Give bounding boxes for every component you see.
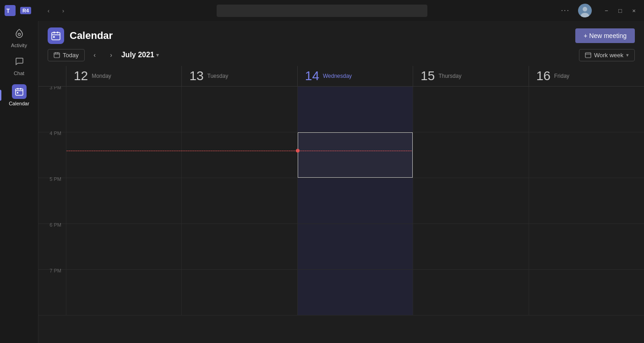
day-header-fri: 16 Friday [529,66,644,86]
svg-rect-17 [585,53,591,58]
next-period-button[interactable]: › [105,49,118,61]
svg-rect-6 [16,89,23,95]
cal-nav-right: Work week ▾ [579,49,635,61]
time-row-3pm: 3 PM [38,87,644,132]
calendar-grid-wrapper[interactable]: 12 Monday 13 Tuesday 14 Wednesday 15 Thu… [38,66,644,343]
cell-6pm-thu[interactable] [413,224,528,269]
cell-3pm-tue[interactable] [181,87,297,132]
cell-3pm-wed[interactable] [297,87,413,132]
svg-rect-15 [55,52,56,54]
new-meeting-button[interactable]: + New meeting [575,28,635,43]
day-num-16: 16 [536,70,551,82]
view-dropdown-icon: ▾ [626,52,629,58]
day-header-thu: 15 Thursday [413,66,528,86]
today-button[interactable]: Today [48,49,85,61]
day-name-fri: Friday [554,73,569,79]
cell-4pm-tue[interactable] [181,132,297,178]
calendar-header: Calendar + New meeting [38,21,644,44]
sidebar: Activity Chat Calendar [0,21,38,343]
cell-3pm-mon[interactable] [66,87,181,132]
cell-4pm-thu[interactable] [413,132,528,178]
calendar-nav: Today ‹ › July 2021 ▾ Work week ▾ [38,44,644,66]
day-header-tue: 13 Tuesday [181,66,297,86]
month-text: July 2021 [121,51,154,59]
time-gutter-header [38,66,66,86]
svg-rect-11 [54,32,55,33]
titlebar-right: ··· − □ × [557,4,640,17]
cell-5pm-mon[interactable] [66,178,181,223]
cell-5pm-tue[interactable] [181,178,297,223]
cell-5pm-thu[interactable] [413,178,528,223]
view-selector-button[interactable]: Work week ▾ [579,49,635,61]
day-num-13: 13 [189,70,203,82]
minimize-button[interactable]: − [600,4,613,17]
cell-7pm-thu[interactable] [413,270,528,315]
time-row-4pm: 4 PM [38,132,644,178]
titlebar-nav: ‹ › [42,4,70,17]
selected-cell [298,132,413,178]
day-header-mon: 12 Monday [66,66,181,86]
day-header-row: 12 Monday 13 Tuesday 14 Wednesday 15 Thu… [38,66,644,87]
day-name-wed: Wednesday [323,73,352,79]
calendar-icon-box [12,84,27,99]
forward-button[interactable]: › [57,4,70,17]
close-button[interactable]: × [628,4,640,17]
main-layout: Activity Chat Calendar [0,21,644,343]
activity-icon [14,28,24,41]
time-row-7pm: 7 PM [38,270,644,316]
cell-6pm-fri[interactable] [529,224,644,269]
cell-7pm-wed[interactable] [297,270,413,315]
svg-rect-12 [57,32,59,33]
cell-7pm-tue[interactable] [181,270,297,315]
svg-point-5 [18,33,20,36]
calendar-title: Calendar [48,27,113,44]
cell-4pm-fri[interactable] [529,132,644,178]
time-label-3pm: 3 PM [38,83,66,128]
sidebar-item-activity-label: Activity [11,43,27,48]
window-controls: − □ × [600,4,640,17]
sidebar-item-activity[interactable]: Activity [4,25,35,52]
titlebar-left: T R4 ‹ › [4,4,70,17]
svg-rect-14 [54,53,60,58]
svg-rect-13 [53,36,55,38]
svg-rect-8 [20,88,21,90]
cell-6pm-tue[interactable] [181,224,297,269]
day-num-15: 15 [420,70,435,82]
cal-nav-left: Today ‹ › July 2021 ▾ [48,49,159,61]
day-header-wed: 14 Wednesday [297,66,413,86]
cell-3pm-thu[interactable] [413,87,528,132]
cell-3pm-fri[interactable] [529,87,644,132]
month-dropdown-icon: ▾ [156,52,159,58]
cell-6pm-wed[interactable] [297,224,413,269]
month-label[interactable]: July 2021 ▾ [121,51,159,59]
cell-5pm-wed[interactable] [297,178,413,223]
time-row-5pm: 5 PM [38,178,644,224]
svg-rect-10 [52,33,60,40]
cell-4pm-mon[interactable] [66,132,181,178]
more-button[interactable]: ··· [557,5,573,16]
sidebar-item-calendar[interactable]: Calendar [4,81,35,110]
maximize-button[interactable]: □ [614,4,627,17]
titlebar-search [217,5,427,17]
avatar[interactable] [578,4,592,17]
cell-7pm-fri[interactable] [529,270,644,315]
sidebar-item-chat-label: Chat [14,71,24,76]
time-label-6pm: 6 PM [38,220,66,266]
cell-5pm-fri[interactable] [529,178,644,223]
back-button[interactable]: ‹ [42,4,55,17]
view-label: Work week [594,52,623,59]
day-num-14: 14 [305,70,319,82]
sidebar-item-chat[interactable]: Chat [4,53,35,80]
search-input[interactable] [217,5,427,17]
prev-period-button[interactable]: ‹ [88,49,101,61]
svg-point-3 [583,7,587,11]
cell-4pm-wed[interactable] [297,132,413,178]
cell-7pm-mon[interactable] [66,270,181,315]
time-row-6pm: 6 PM [38,224,644,270]
page-title: Calendar [70,30,113,42]
time-label-7pm: 7 PM [38,266,66,311]
time-label-4pm: 4 PM [38,129,66,174]
svg-rect-16 [58,52,59,54]
cell-6pm-mon[interactable] [66,224,181,269]
day-name-mon: Monday [92,73,111,79]
